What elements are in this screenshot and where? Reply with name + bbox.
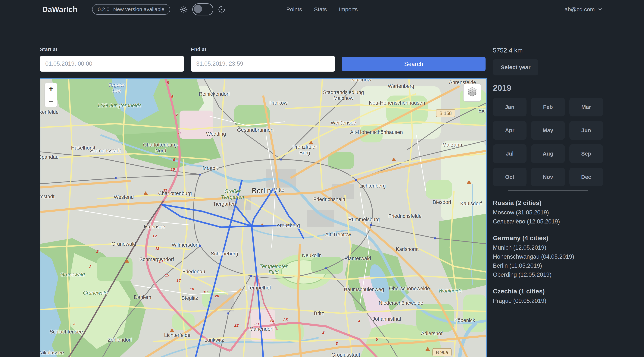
month-button[interactable]: Jan bbox=[493, 98, 526, 116]
map-place-label: Neukölln bbox=[302, 253, 322, 259]
motorway-exit-number: 11 bbox=[163, 188, 167, 192]
nav-link[interactable]: Stats bbox=[314, 6, 327, 13]
end-at-label: End at bbox=[191, 47, 335, 53]
map-place-label: Adlershof bbox=[421, 331, 442, 336]
app-logo[interactable]: DaWarIch bbox=[42, 5, 78, 14]
map-place-label: Pankow bbox=[269, 100, 288, 106]
map-place-label: Lichterfelde bbox=[164, 332, 190, 338]
map-place-label: Hakenfelde bbox=[40, 110, 59, 115]
map-place-label: Großer Tiergarten bbox=[221, 188, 244, 200]
sun-icon bbox=[180, 6, 188, 13]
country-heading: Russia (2 cities) bbox=[493, 199, 603, 207]
motorway-exit-number: 5 bbox=[376, 337, 378, 341]
city-entry: Moscow (31.05.2019) bbox=[493, 208, 603, 217]
main-content: Start at End at Search bbox=[0, 47, 644, 357]
map-place-label: Berlin bbox=[252, 187, 271, 195]
map-place-label: Halensee bbox=[144, 224, 165, 230]
map-place-label: Karlshorst bbox=[396, 247, 419, 252]
motorway-exit-number: 10 bbox=[170, 167, 175, 172]
city-entry: Oberding (12.05.2019) bbox=[493, 270, 603, 279]
main-nav: PointsStatsImports bbox=[286, 6, 358, 13]
map-place-label: Grunewald bbox=[112, 241, 136, 247]
map-place-label: Reinickendorf bbox=[199, 91, 230, 97]
nav-link[interactable]: Imports bbox=[339, 6, 358, 13]
country-heading: Germany (4 cities) bbox=[493, 234, 603, 242]
map-place-label: Tempelhofer Feld bbox=[260, 263, 288, 275]
motorway-exit-number: 18 bbox=[190, 287, 194, 291]
nav-link[interactable]: Points bbox=[286, 6, 302, 13]
start-at-field: Start at bbox=[40, 47, 184, 72]
version-badge[interactable]: 0.2.0 New version available bbox=[92, 4, 170, 15]
month-button[interactable]: Mar bbox=[569, 98, 603, 116]
map-place-label: Weißensee bbox=[331, 120, 356, 126]
month-button[interactable]: Oct bbox=[493, 168, 526, 186]
month-button[interactable]: Nov bbox=[531, 168, 565, 186]
city-entry: Сельвачёво (12.05.2019) bbox=[493, 217, 603, 226]
city-entry: Hohenschwangau (04.05.2019) bbox=[493, 252, 603, 261]
select-year-button[interactable]: Select year bbox=[493, 59, 538, 75]
zoom-out-button[interactable]: − bbox=[45, 95, 57, 107]
motorway-exit-number: 8 bbox=[178, 131, 181, 135]
theme-toggle[interactable] bbox=[192, 4, 213, 16]
map-place-label: Tiergarten bbox=[213, 201, 236, 207]
countries-list: Russia (2 cities)Moscow (31.05.2019)Сель… bbox=[493, 199, 603, 305]
map-place-label: Lichtenberg bbox=[359, 183, 386, 189]
road-ref-badge: B 96a bbox=[432, 348, 452, 356]
start-at-input[interactable] bbox=[40, 56, 184, 72]
month-button[interactable]: Aug bbox=[531, 144, 565, 163]
motorway-exit-number: 9 bbox=[173, 157, 175, 162]
motorway-exit-number: 17 bbox=[176, 278, 181, 283]
map-place-label: Alt-Treptow bbox=[325, 232, 351, 238]
map-place-label: Marzahn bbox=[442, 142, 462, 148]
map-place-label: Malchow bbox=[351, 78, 372, 83]
month-button[interactable]: Feb bbox=[531, 98, 565, 116]
map-place-label: Rummelsburg bbox=[348, 217, 380, 222]
motorway-exit-number: 14 bbox=[158, 259, 163, 263]
motorway-exit-number: 15 bbox=[165, 273, 169, 277]
map-place-label: Schmargendorf bbox=[140, 257, 174, 262]
map-place-label: Zehlendorf bbox=[108, 337, 132, 343]
month-button[interactable]: Jun bbox=[569, 121, 603, 140]
month-button[interactable]: May bbox=[531, 121, 565, 140]
city-entry: Prague (09.05.2019) bbox=[493, 296, 603, 305]
map-layers-control[interactable] bbox=[463, 84, 481, 102]
motorway-exit-number: 23 bbox=[254, 322, 259, 326]
map-place-label: Friedrichsfelde bbox=[388, 213, 422, 219]
map-place-label: Grunewald bbox=[60, 272, 85, 278]
version-note: New version available bbox=[113, 7, 164, 13]
date-filter-form: Start at End at Search bbox=[40, 47, 486, 72]
city-entry: Munich (12.05.2019) bbox=[493, 243, 603, 252]
motorway-exit-number: 4 bbox=[358, 319, 360, 323]
map-place-label: Friedenau bbox=[182, 269, 205, 275]
total-distance: 5752.4 km bbox=[493, 47, 603, 54]
months-grid: JanFebMarAprMayJunJulAugSepOctNovDec bbox=[493, 98, 603, 186]
search-button[interactable]: Search bbox=[342, 57, 486, 71]
map-place-label: Westend bbox=[114, 194, 134, 200]
road-ref-badge: B 158 bbox=[436, 109, 455, 117]
month-button[interactable]: Jul bbox=[493, 144, 526, 163]
map-place-label: elmstadt bbox=[40, 194, 54, 200]
map-place-label: Niederschöneweide bbox=[379, 300, 423, 306]
end-at-field: End at bbox=[191, 47, 335, 72]
map-place-label: Lankwitz bbox=[204, 337, 224, 343]
end-at-input[interactable] bbox=[191, 56, 335, 72]
motorway-exit-number: 25 bbox=[283, 317, 288, 322]
map-place-label: Baumschulenweg bbox=[344, 287, 384, 292]
map-place-label: Prenzlauer Berg bbox=[292, 144, 317, 156]
map-place-label: Köpenick bbox=[454, 318, 475, 323]
toggle-knob bbox=[194, 5, 202, 13]
month-button[interactable]: Apr bbox=[493, 121, 526, 140]
month-button[interactable]: Dec bbox=[569, 168, 603, 186]
map-place-label: Alt-Hohenschönhausen bbox=[350, 129, 403, 135]
user-menu[interactable]: ab@cd.com bbox=[564, 6, 603, 13]
top-bar: DaWarIch 0.2.0 New version available Poi… bbox=[0, 0, 644, 19]
city-entry: Berlin (11.05.2019) bbox=[493, 261, 603, 270]
map-place-label: Wartenberg bbox=[388, 84, 414, 89]
zoom-in-button[interactable]: + bbox=[45, 83, 57, 95]
month-button[interactable]: Sep bbox=[569, 144, 603, 163]
start-at-label: Start at bbox=[40, 47, 184, 53]
map-place-label: Grunewald bbox=[83, 290, 108, 296]
map-container[interactable]: HakenfeldeSpandauHaselhorstSiemensstadtC… bbox=[40, 78, 487, 357]
motorway-exit-number: 2 bbox=[96, 249, 99, 254]
map-place-label: Mariendorf bbox=[249, 326, 274, 332]
